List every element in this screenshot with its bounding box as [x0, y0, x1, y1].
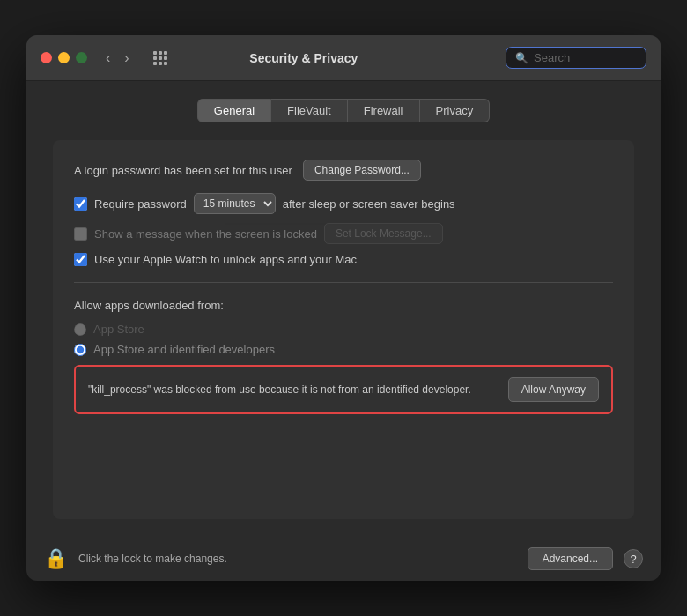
main-window: ‹ › Security & Privacy 🔍 General FileVau…	[26, 35, 661, 581]
minimize-button[interactable]	[58, 52, 70, 63]
traffic-lights	[41, 52, 87, 63]
show-message-row: Show a message when the screen is locked…	[74, 223, 613, 244]
require-password-checkbox[interactable]	[74, 197, 87, 211]
window-title: Security & Privacy	[109, 51, 499, 65]
divider	[74, 282, 613, 283]
tab-general[interactable]: General	[197, 99, 271, 122]
bottom-bar: 🔒 Click the lock to make changes. Advanc…	[26, 537, 661, 581]
help-button[interactable]: ?	[624, 549, 643, 568]
radio-appstore-identified[interactable]	[74, 344, 86, 356]
password-row: A login password has been set for this u…	[74, 160, 613, 181]
titlebar: ‹ › Security & Privacy 🔍	[26, 35, 661, 81]
radio-appstore-row: App Store	[74, 323, 613, 336]
close-button[interactable]	[41, 52, 52, 63]
require-password-label: Require password	[94, 197, 187, 211]
apple-watch-label: Use your Apple Watch to unlock apps and …	[94, 253, 357, 266]
blocked-message: "kill_process" was blocked from use beca…	[88, 382, 498, 397]
settings-panel: A login password has been set for this u…	[53, 140, 634, 519]
require-password-row: Require password 15 minutes after sleep …	[74, 193, 613, 214]
password-label: A login password has been set for this u…	[74, 164, 292, 177]
tab-privacy[interactable]: Privacy	[420, 99, 491, 122]
lock-label: Click the lock to make changes.	[78, 553, 517, 565]
show-message-checkbox	[74, 227, 87, 241]
advanced-button[interactable]: Advanced...	[528, 547, 613, 570]
tab-firewall[interactable]: Firewall	[348, 99, 420, 122]
search-input[interactable]	[534, 51, 639, 64]
radio-appstore	[74, 323, 86, 336]
tab-bar: General FileVault Firewall Privacy	[53, 99, 634, 122]
show-message-label: Show a message when the screen is locked	[94, 227, 317, 241]
apple-watch-row: Use your Apple Watch to unlock apps and …	[74, 253, 613, 266]
set-lock-message-button: Set Lock Message...	[324, 223, 443, 244]
change-password-button[interactable]: Change Password...	[303, 160, 421, 181]
radio-appstore-identified-row: App Store and identified developers	[74, 343, 613, 356]
require-password-after-label: after sleep or screen saver begins	[283, 197, 455, 211]
search-box[interactable]: 🔍	[506, 47, 646, 69]
password-delay-dropdown[interactable]: 15 minutes	[194, 193, 276, 214]
allow-anyway-button[interactable]: Allow Anyway	[508, 377, 599, 402]
maximize-button[interactable]	[76, 52, 87, 63]
tab-filevault[interactable]: FileVault	[271, 99, 348, 122]
search-icon: 🔍	[515, 52, 528, 64]
allow-apps-label: Allow apps downloaded from:	[74, 299, 613, 312]
lock-icon[interactable]: 🔒	[44, 549, 68, 568]
radio-appstore-identified-label: App Store and identified developers	[93, 343, 275, 356]
apple-watch-checkbox[interactable]	[74, 253, 87, 266]
content-area: General FileVault Firewall Privacy A log…	[26, 81, 661, 537]
blocked-notification-box: "kill_process" was blocked from use beca…	[74, 365, 613, 414]
radio-appstore-label: App Store	[93, 323, 144, 336]
